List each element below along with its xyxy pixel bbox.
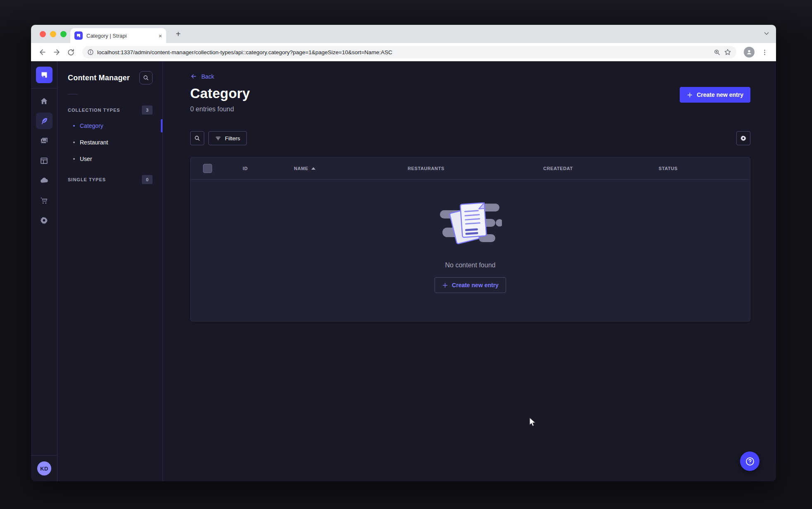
- tab-close-icon[interactable]: ×: [158, 33, 162, 39]
- column-header-status[interactable]: STATUS: [646, 166, 750, 171]
- content-manager-icon[interactable]: [36, 113, 53, 129]
- forward-nav-icon[interactable]: [51, 46, 62, 58]
- subnav-search-button[interactable]: [139, 71, 153, 84]
- plus-icon: [442, 282, 448, 288]
- content-manager-subnav: Content Manager COLLECTION TYPES 3 Categ…: [57, 61, 163, 481]
- table-header-row: ID NAME RESTAURANTS CREATEDAT STATUS: [191, 157, 750, 180]
- media-library-icon[interactable]: [36, 132, 53, 149]
- bullet-icon: [73, 158, 75, 160]
- cloud-icon[interactable]: [36, 172, 53, 189]
- subnav-item-category[interactable]: Category: [57, 118, 162, 134]
- select-all-checkbox[interactable]: [203, 164, 212, 173]
- bullet-icon: [73, 125, 75, 127]
- single-types-label: SINGLE TYPES: [68, 177, 106, 182]
- collection-types-label: COLLECTION TYPES: [68, 108, 120, 113]
- filter-icon: [215, 135, 221, 142]
- bookmark-star-icon[interactable]: [724, 48, 731, 56]
- main-content: Back Category 0 entries found Create new…: [163, 61, 776, 481]
- back-nav-icon[interactable]: [37, 46, 48, 58]
- strapi-admin: KD Content Manager COLLECTION TYPES 3 Ca…: [31, 61, 776, 481]
- browser-actions: [744, 46, 770, 58]
- browser-window: Category | Strapi × + localhost:1337/adm…: [31, 25, 776, 481]
- column-header-name[interactable]: NAME: [282, 166, 395, 171]
- subnav-item-restaurant[interactable]: Restaurant: [57, 134, 162, 151]
- browser-profile-icon[interactable]: [744, 47, 755, 58]
- back-label: Back: [201, 73, 214, 80]
- gear-icon: [740, 135, 747, 142]
- site-info-icon[interactable]: [87, 49, 94, 55]
- strapi-favicon-icon: [74, 31, 83, 40]
- rail-divider: [31, 88, 57, 89]
- new-tab-button[interactable]: +: [173, 29, 184, 39]
- sort-ascending-icon: [311, 167, 315, 170]
- minimize-window-button[interactable]: [50, 31, 56, 37]
- column-header-restaurants[interactable]: RESTAURANTS: [395, 166, 531, 171]
- marketplace-icon[interactable]: [36, 192, 53, 209]
- subnav-title: Content Manager: [68, 74, 130, 82]
- content-type-builder-icon[interactable]: [36, 152, 53, 169]
- bullet-icon: [73, 142, 75, 143]
- subnav-item-user[interactable]: User: [57, 151, 162, 167]
- subnav-item-label: Category: [80, 122, 103, 129]
- active-indicator: [161, 119, 162, 132]
- back-arrow-icon: [190, 73, 197, 80]
- collection-types-count-badge: 3: [142, 106, 153, 115]
- home-icon[interactable]: [36, 93, 53, 109]
- browser-tab[interactable]: Category | Strapi ×: [70, 28, 166, 43]
- user-avatar[interactable]: KD: [37, 461, 51, 475]
- browser-tab-bar: Category | Strapi × +: [31, 25, 776, 43]
- zoom-page-icon[interactable]: [714, 49, 721, 56]
- help-button[interactable]: [740, 451, 759, 471]
- main-navigation-rail: KD: [31, 61, 57, 481]
- table-search-button[interactable]: [190, 131, 204, 145]
- back-link[interactable]: Back: [190, 73, 214, 80]
- rail-bottom-divider: [31, 455, 57, 456]
- subnav-item-label: Restaurant: [80, 139, 108, 146]
- column-header-id[interactable]: ID: [230, 166, 282, 171]
- create-entry-button[interactable]: Create new entry: [680, 87, 750, 103]
- entries-count: 0 entries found: [190, 106, 250, 113]
- fullscreen-window-button[interactable]: [60, 31, 67, 37]
- question-mark-icon: [745, 456, 755, 467]
- reload-icon[interactable]: [65, 46, 76, 58]
- tab-search-chevron-icon[interactable]: [763, 30, 770, 39]
- single-types-count-badge: 0: [142, 175, 153, 184]
- empty-state: No content found Create new entry: [191, 180, 750, 321]
- plus-icon: [687, 92, 693, 98]
- subnav-item-label: User: [80, 156, 92, 162]
- close-window-button[interactable]: [40, 31, 46, 37]
- browser-menu-icon[interactable]: [759, 46, 770, 58]
- view-settings-button[interactable]: [736, 131, 750, 145]
- settings-icon[interactable]: [36, 212, 53, 228]
- filters-button[interactable]: Filters: [208, 131, 247, 145]
- empty-create-entry-button[interactable]: Create new entry: [435, 277, 506, 293]
- url-bar[interactable]: localhost:1337/admin/content-manager/col…: [82, 46, 736, 58]
- page-title: Category: [190, 86, 250, 101]
- column-header-createdat[interactable]: CREATEDAT: [531, 166, 646, 171]
- empty-state-message: No content found: [445, 262, 496, 269]
- browser-toolbar: localhost:1337/admin/content-manager/col…: [31, 43, 776, 61]
- strapi-logo-icon[interactable]: [36, 67, 53, 83]
- no-content-illustration: [439, 197, 502, 247]
- tab-title: Category | Strapi: [86, 33, 155, 39]
- url-text[interactable]: localhost:1337/admin/content-manager/col…: [97, 49, 710, 55]
- subnav-divider: [68, 94, 78, 94]
- window-controls: [40, 31, 67, 37]
- entries-table: ID NAME RESTAURANTS CREATEDAT STATUS: [190, 157, 750, 322]
